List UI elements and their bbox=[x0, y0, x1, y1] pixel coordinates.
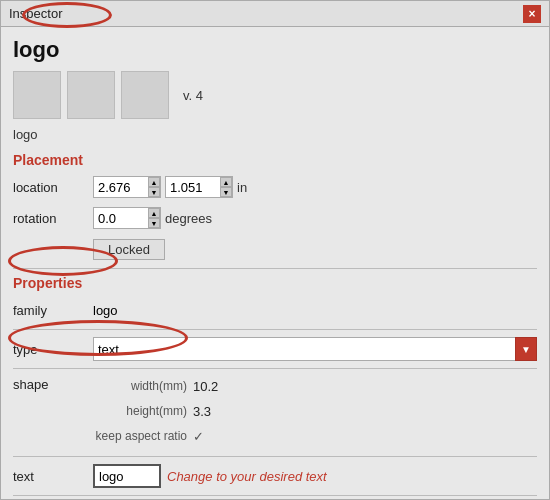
divider-4 bbox=[13, 456, 537, 457]
width-label: width(mm) bbox=[93, 379, 193, 393]
location-y-arrows: ▲ ▼ bbox=[220, 176, 232, 198]
type-select[interactable]: text image vector bbox=[93, 337, 516, 361]
shape-details: width(mm) 10.2 height(mm) 3.3 keep aspec… bbox=[93, 375, 537, 450]
location-label: location bbox=[13, 180, 93, 195]
type-select-arrow[interactable]: ▼ bbox=[515, 337, 537, 361]
rotation-value: ▲ ▼ degrees bbox=[93, 207, 537, 229]
aspect-check-icon: ✓ bbox=[193, 429, 204, 444]
rotation-up[interactable]: ▲ bbox=[148, 208, 160, 218]
properties-header: Properties bbox=[13, 275, 537, 291]
location-x-input[interactable] bbox=[96, 177, 148, 197]
preview-box-1 bbox=[13, 71, 61, 119]
placement-header: Placement bbox=[13, 152, 537, 168]
window-title: Inspector bbox=[9, 6, 62, 21]
location-y-input[interactable] bbox=[168, 177, 220, 197]
divider-5 bbox=[13, 495, 537, 496]
location-y-down[interactable]: ▼ bbox=[220, 187, 232, 197]
aspect-row: keep aspect ratio ✓ bbox=[93, 425, 537, 447]
title-bar: Inspector × bbox=[1, 1, 549, 27]
family-value: logo bbox=[93, 303, 118, 318]
locked-row: Locked bbox=[13, 236, 537, 262]
location-y-spinner[interactable]: ▲ ▼ bbox=[165, 176, 233, 198]
family-label: family bbox=[13, 303, 93, 318]
type-label: type bbox=[13, 342, 93, 357]
height-value: 3.3 bbox=[193, 404, 211, 419]
preview-row: v. 4 bbox=[13, 71, 537, 119]
divider-2 bbox=[13, 329, 537, 330]
rotation-label: rotation bbox=[13, 211, 93, 226]
inspector-content: logo v. 4 logo Placement location bbox=[1, 27, 549, 499]
location-x-arrows: ▲ ▼ bbox=[148, 176, 160, 198]
location-y-up[interactable]: ▲ bbox=[220, 177, 232, 187]
width-value: 10.2 bbox=[193, 379, 218, 394]
location-row: location ▲ ▼ ▲ ▼ bbox=[13, 174, 537, 200]
text-row: text Change to your desired text bbox=[13, 463, 537, 489]
rotation-arrows: ▲ ▼ bbox=[148, 207, 160, 229]
divider-1 bbox=[13, 268, 537, 269]
aspect-label: keep aspect ratio bbox=[93, 429, 193, 443]
divider-3 bbox=[13, 368, 537, 369]
family-row: family logo bbox=[13, 297, 537, 323]
height-row: height(mm) 3.3 bbox=[93, 400, 537, 422]
location-x-down[interactable]: ▼ bbox=[148, 187, 160, 197]
location-value: ▲ ▼ ▲ ▼ in bbox=[93, 176, 537, 198]
type-select-row: text image vector ▼ bbox=[93, 337, 537, 361]
rotation-input[interactable] bbox=[96, 208, 148, 228]
location-x-up[interactable]: ▲ bbox=[148, 177, 160, 187]
shape-row: shape width(mm) 10.2 height(mm) 3.3 keep… bbox=[13, 375, 537, 450]
rotation-spinner[interactable]: ▲ ▼ bbox=[93, 207, 161, 229]
width-row: width(mm) 10.2 bbox=[93, 375, 537, 397]
rotation-down[interactable]: ▼ bbox=[148, 218, 160, 228]
text-label: text bbox=[13, 469, 93, 484]
location-x-spinner[interactable]: ▲ ▼ bbox=[93, 176, 161, 198]
version-label: v. 4 bbox=[183, 88, 203, 103]
text-input[interactable] bbox=[93, 464, 161, 488]
rotation-unit: degrees bbox=[165, 211, 212, 226]
height-label: height(mm) bbox=[93, 404, 193, 418]
location-unit: in bbox=[237, 180, 247, 195]
item-name-label: logo bbox=[13, 127, 537, 142]
locked-value: Locked bbox=[93, 239, 537, 260]
preview-box-3 bbox=[121, 71, 169, 119]
type-row: type text image vector ▼ bbox=[13, 336, 537, 362]
locked-button[interactable]: Locked bbox=[93, 239, 165, 260]
shape-label: shape bbox=[13, 375, 93, 392]
rotation-row: rotation ▲ ▼ degrees bbox=[13, 205, 537, 231]
close-button[interactable]: × bbox=[523, 5, 541, 23]
text-hint: Change to your desired text bbox=[167, 469, 327, 484]
preview-box-2 bbox=[67, 71, 115, 119]
text-input-row: Change to your desired text bbox=[93, 464, 537, 488]
item-title: logo bbox=[13, 37, 537, 63]
